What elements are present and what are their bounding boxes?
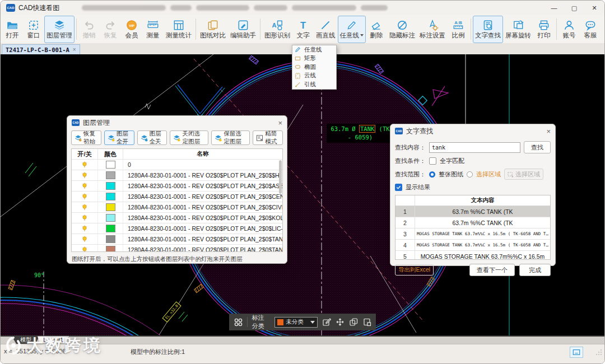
bulb-on-icon[interactable] — [81, 236, 88, 242]
toolbar-button-compare[interactable]: 图纸对比 — [198, 16, 228, 43]
toolbar-button-line[interactable]: 画直线 — [314, 16, 338, 43]
scope-region-radio[interactable] — [467, 171, 473, 178]
paste-annotation-icon[interactable] — [362, 318, 371, 326]
menu-item-ellipse[interactable]: 椭圆 — [292, 63, 336, 72]
layer-row[interactable]: 1280A4-8230-01-0001 - REV O2$0$PLOT PLAN… — [72, 234, 282, 245]
sheet-tab-model[interactable]: 模型 — [12, 336, 40, 344]
result-text: MOGAS STORAGE TANK 63.7m%%C x 16.5m ( TK… — [415, 231, 550, 236]
sheet-tab-layout1[interactable]: Layout1 — [38, 336, 69, 344]
layer-table-scrollbar[interactable] — [279, 160, 282, 194]
close-button[interactable]: ✕ — [584, 1, 604, 15]
layer-dialog-close-icon[interactable]: × — [278, 119, 282, 127]
layer-color-swatch[interactable] — [106, 214, 115, 222]
layer-row[interactable]: 1280A4-8230-01-0001 - REV O2$0$PLOT PLAN… — [72, 181, 282, 192]
toolbar-button-text-search[interactable]: 文字查找 — [473, 16, 503, 43]
menu-item-rectangle[interactable]: 矩形 — [292, 54, 336, 63]
toolbar-button-measure-stats[interactable]: 测量统计 — [164, 16, 194, 43]
search-result-row[interactable]: 263.7m %%C TANK (TK — [395, 217, 550, 228]
layer-button-layers-keep-selected[interactable]: 保留选定图层 — [211, 130, 250, 145]
toolbar-button-eraser[interactable]: 删除 — [366, 16, 387, 43]
toolbar-button-window[interactable]: 窗口 — [23, 16, 44, 43]
search-dialog-close-icon[interactable]: × — [546, 127, 551, 136]
export-excel-button[interactable]: 导出到Excel — [395, 264, 434, 276]
menu-item-pen[interactable]: 任意线 — [292, 45, 336, 54]
toolbar-button-screen-rotate[interactable]: 屏幕旋转 — [503, 16, 533, 43]
copy-annotation-icon[interactable] — [349, 318, 358, 326]
bulb-on-icon[interactable] — [81, 193, 88, 200]
toolbar-button-scale[interactable]: A:B比例 — [448, 16, 469, 43]
toolbar-button-vip[interactable]: VIP会员 — [121, 16, 142, 43]
menu-item-cloud-line[interactable]: 云线 — [292, 72, 336, 81]
whole-word-checkbox[interactable] — [429, 157, 436, 165]
layer-color-swatch[interactable] — [106, 235, 115, 243]
layer-button-layers-restore[interactable]: 恢复初始 — [71, 130, 101, 145]
toolbar-button-account[interactable]: 账号 — [559, 16, 580, 43]
toolbar-button-shape-recognition[interactable]: A图形识别 — [262, 16, 292, 43]
bulb-on-icon[interactable] — [81, 246, 88, 252]
layer-button-compact-mode[interactable]: 精简模式 — [253, 130, 283, 145]
layer-row[interactable]: 1280A4-8230-01-0001 - REV O2$0$PLOT PLAN… — [72, 202, 282, 213]
svg-text:VIP: VIP — [129, 24, 134, 27]
layer-color-swatch[interactable] — [106, 161, 115, 169]
layer-row[interactable]: 0 — [72, 160, 282, 170]
toolbar-button-measure[interactable]: 测量 — [142, 16, 164, 43]
scope-whole-radio[interactable] — [429, 171, 435, 178]
layer-color-swatch[interactable] — [106, 171, 115, 179]
bulb-on-icon[interactable] — [81, 172, 88, 179]
bulb-on-icon[interactable] — [81, 161, 88, 168]
maximize-button[interactable]: ▢ — [564, 1, 584, 15]
toolbar-button-edit-assistant[interactable]: 编辑助手 — [228, 16, 258, 43]
view-next-button[interactable]: 查看下一个 — [469, 264, 515, 276]
layer-row[interactable]: 1280A4-8230-01-0001 - REV O2$0$PLOT PLAN… — [72, 170, 282, 181]
document-tab[interactable]: T2417-LP-C-B-001-A × — [2, 44, 80, 54]
toolbar-button-text[interactable]: T文字 — [292, 16, 314, 43]
toolbar-button-undo[interactable]: 撤销 — [78, 16, 100, 43]
tank-text-highlight[interactable]: 63.7m Ø TANK (TK - 6059) — [327, 124, 394, 143]
layer-row[interactable]: 1280A4-8230-01-0001 - REV O2$0$PLOT PLAN… — [72, 223, 282, 234]
layer-button-layers-all-on[interactable]: 图层全开 — [104, 130, 134, 145]
minimize-button[interactable]: — — [544, 1, 564, 15]
bulb-on-icon[interactable] — [81, 204, 88, 211]
layer-color-swatch[interactable] — [106, 203, 115, 211]
tab-close-icon[interactable]: × — [73, 46, 76, 53]
layer-color-swatch[interactable] — [106, 225, 115, 232]
layer-dialog-titlebar[interactable]: CAD 图层管理 × — [67, 116, 287, 129]
toolbar-button-redo[interactable]: 恢复 — [100, 16, 121, 43]
menu-item-leader-line[interactable]: 引线 — [292, 80, 336, 89]
bulb-on-icon[interactable] — [81, 225, 88, 232]
edit-annotation-icon[interactable] — [322, 318, 331, 326]
toolbar-button-hide-annotation[interactable]: 隐藏标注 — [387, 16, 417, 43]
layer-button-layers-close-selected[interactable]: 关闭选定图层 — [170, 130, 208, 145]
toolbar-button-support[interactable]: 客服 — [580, 16, 601, 43]
search-result-row[interactable]: 163.7m %%C TANK (TK — [395, 206, 550, 217]
layer-row[interactable]: 1280A4-8230-01-0001 - REV O2$0$PLOT PLAN… — [72, 192, 282, 202]
toolbar-button-print[interactable]: 打印 — [533, 16, 555, 43]
search-result-row[interactable]: 5MOGAS STORAGE TANK 63.7m%%C x 16.5m — [395, 251, 550, 260]
toolbar-button-annotation-settings[interactable]: 标注设置 — [417, 16, 448, 43]
layer-row[interactable]: 1280A4-8230-01-0001 - REV O2$0$PLOT PLAN… — [72, 245, 282, 252]
layer-button-layers-all-off[interactable]: 图层全关 — [137, 130, 167, 145]
search-input[interactable]: tank — [429, 142, 520, 153]
grid-icon[interactable] — [234, 318, 243, 326]
search-result-row[interactable]: 4MOGAS STORAGE TANK 63.7m%%C x 16.5m ( T… — [395, 240, 550, 251]
layer-color-swatch[interactable] — [106, 182, 115, 190]
resize-grip[interactable] — [595, 349, 602, 357]
move-annotation-icon[interactable] — [336, 318, 345, 326]
search-result-row[interactable]: 3MOGAS STORAGE TANK 63.7m%%C x 16.5m ( T… — [395, 228, 550, 240]
search-dialog-titlebar[interactable]: CAD 文字查找 × — [390, 124, 555, 138]
fit-view-button[interactable] — [570, 347, 583, 358]
toolbar-button-help[interactable]: ?帮助 — [601, 16, 604, 43]
layer-color-swatch[interactable] — [106, 193, 115, 200]
layer-row[interactable]: 1280A4-8230-01-0001 - REV O2$0$PLOT PLAN… — [72, 213, 282, 223]
show-results-checkbox[interactable] — [395, 184, 402, 191]
done-button[interactable]: 完成 — [519, 264, 551, 276]
layer-color-swatch[interactable] — [106, 246, 115, 252]
toolbar-button-free-line[interactable]: 任意线 — [338, 16, 366, 43]
toolbar-button-open-folder[interactable]: 打开 — [2, 16, 23, 43]
bulb-on-icon[interactable] — [81, 183, 88, 189]
toolbar-button-layers[interactable]: 图层管理 — [44, 16, 75, 43]
layer-name: 1280A4-8230-01-0001 - REV O2$0$PLOT PLAN… — [123, 225, 282, 232]
bulb-on-icon[interactable] — [81, 214, 88, 221]
search-button[interactable]: 查找 — [524, 141, 551, 153]
category-dropdown[interactable]: 未分类 — [274, 317, 318, 328]
